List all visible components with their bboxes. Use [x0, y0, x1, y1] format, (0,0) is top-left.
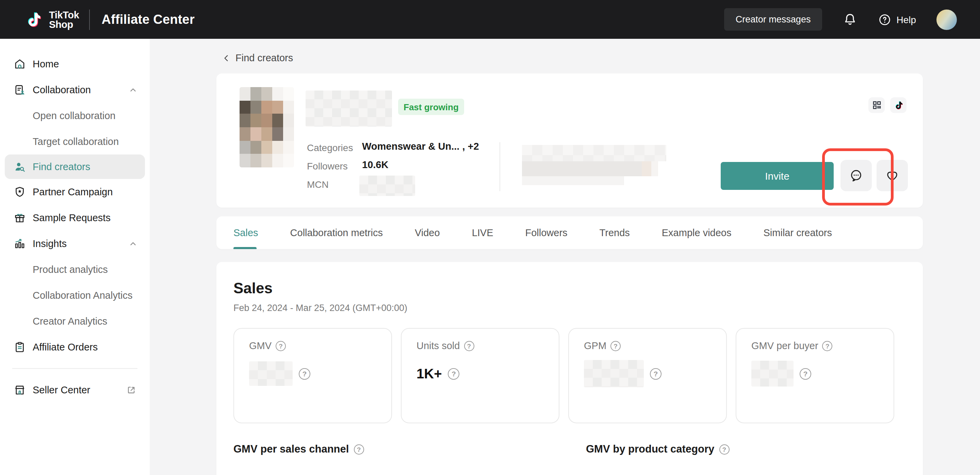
- question-circle-icon[interactable]: ?: [353, 444, 364, 454]
- question-circle-icon[interactable]: ?: [275, 341, 286, 351]
- sidebar-item-seller-center[interactable]: Seller Center: [0, 377, 150, 403]
- sidebar-label-seller-center: Seller Center: [33, 384, 90, 396]
- question-circle-icon[interactable]: ?: [822, 341, 833, 351]
- sidebar-item-open-collaboration[interactable]: Open collaboration: [0, 103, 150, 129]
- external-link-icon: [127, 385, 136, 395]
- qr-grid-icon: [872, 100, 882, 110]
- categories-value-text: Womenswear & Un...: [362, 141, 460, 152]
- categories-value: Womenswear & Un... , +2: [362, 141, 479, 152]
- tab-live[interactable]: LIVE: [472, 227, 493, 238]
- chevron-up-icon[interactable]: [129, 86, 137, 94]
- creator-avatar: [240, 87, 294, 167]
- tiktok-logo-icon: [24, 9, 43, 30]
- sales-date-range: Feb 24, 2024 - Mar 25, 2024 (GMT+00:00): [234, 303, 407, 313]
- page-title: Affiliate Center: [102, 12, 194, 27]
- gmv-per-buyer-value-redacted: [751, 361, 794, 386]
- sidebar-label-collaboration-analytics: Collaboration Analytics: [33, 290, 132, 301]
- qr-code-button[interactable]: [869, 97, 885, 113]
- tab-trends[interactable]: Trends: [600, 227, 630, 238]
- sales-section-title: Sales: [234, 280, 272, 297]
- sidebar-item-find-creators[interactable]: Find creators: [5, 154, 145, 179]
- tab-sales[interactable]: Sales: [234, 227, 258, 238]
- tiktok-profile-button[interactable]: [890, 97, 907, 113]
- brand-line-2: Shop: [49, 19, 79, 29]
- user-avatar[interactable]: [937, 9, 957, 30]
- sidebar-item-collaboration[interactable]: Collaboration: [0, 77, 150, 103]
- home-icon: [14, 58, 26, 70]
- sidebar-nav: Home Collaboration Open collaboration Ta…: [0, 39, 150, 475]
- question-circle-icon[interactable]: ?: [448, 368, 460, 380]
- creator-name-redacted: [305, 91, 392, 127]
- help-button[interactable]: Help: [878, 13, 916, 26]
- chat-icon: [849, 168, 864, 183]
- followers-value: 10.6K: [362, 159, 388, 170]
- sidebar-label-creator-analytics: Creator Analytics: [33, 316, 107, 327]
- collaboration-icon: [14, 84, 26, 96]
- mcn-label: MCN: [307, 179, 329, 190]
- tab-collaboration-metrics[interactable]: Collaboration metrics: [290, 227, 383, 238]
- question-circle-icon[interactable]: ?: [719, 444, 729, 454]
- sidebar-item-partner-campaign[interactable]: Partner Campaign: [0, 179, 150, 205]
- followers-label: Followers: [307, 160, 348, 172]
- notifications-button[interactable]: [843, 12, 858, 27]
- sidebar-item-insights[interactable]: Insights: [0, 231, 150, 257]
- units-sold-value: 1K+: [417, 366, 442, 381]
- chevron-up-icon[interactable]: [129, 239, 137, 248]
- fast-growing-badge: Fast growing: [398, 98, 464, 115]
- profile-tabs-card: Sales Collaboration metrics Video LIVE F…: [216, 216, 923, 249]
- tab-followers[interactable]: Followers: [525, 227, 568, 238]
- header-actions: Creator messages Help: [724, 8, 980, 31]
- gmv-by-product-category-title: GMV by product category: [586, 443, 714, 455]
- profile-divider: [500, 142, 500, 191]
- metrics-row: GMV ? ? Units sold ? 1K+ ?: [234, 328, 894, 423]
- sidebar-label-home: Home: [33, 59, 59, 70]
- message-button[interactable]: [840, 160, 872, 191]
- gmv-value-redacted: [249, 361, 293, 386]
- sidebar-label-affiliate-orders: Affiliate Orders: [33, 342, 98, 353]
- sidebar-item-creator-analytics[interactable]: Creator Analytics: [0, 308, 150, 334]
- creator-messages-button[interactable]: Creator messages: [724, 8, 822, 31]
- sidebar-item-home[interactable]: Home: [0, 51, 150, 77]
- gpm-value-redacted: [584, 360, 644, 387]
- mcn-value-redacted: [360, 176, 415, 196]
- sales-section-card: Sales Feb 24, 2024 - Mar 25, 2024 (GMT+0…: [216, 262, 923, 475]
- sidebar-label-partner-campaign: Partner Campaign: [33, 186, 113, 197]
- sidebar-label-product-analytics: Product analytics: [33, 264, 108, 275]
- sidebar-item-target-collaboration[interactable]: Target collaboration: [0, 129, 150, 154]
- sidebar-item-sample-requests[interactable]: Sample Requests: [0, 205, 150, 231]
- question-circle-icon[interactable]: ?: [611, 341, 620, 351]
- categories-more[interactable]: , +2: [462, 141, 479, 152]
- tab-example-videos[interactable]: Example videos: [662, 227, 732, 238]
- question-circle-icon[interactable]: ?: [464, 341, 474, 351]
- metric-label-gpm: GPM: [584, 340, 606, 351]
- question-circle-icon[interactable]: ?: [650, 368, 662, 380]
- favorite-button[interactable]: [877, 160, 908, 191]
- bell-icon: [843, 12, 858, 27]
- sidebar-item-product-analytics[interactable]: Product analytics: [0, 257, 150, 283]
- tab-similar-creators[interactable]: Similar creators: [764, 227, 832, 238]
- main-content: Find creators Fast growing Categories Wo…: [150, 39, 980, 475]
- sidebar-item-affiliate-orders[interactable]: Affiliate Orders: [0, 334, 150, 360]
- question-circle-icon[interactable]: ?: [800, 368, 811, 380]
- help-label: Help: [896, 14, 916, 25]
- affiliate-center-page: TikTok Shop Affiliate Center Creator mes…: [0, 0, 980, 475]
- gmv-per-sales-channel-heading: GMV per sales channel ?: [234, 443, 364, 455]
- invite-button[interactable]: Invite: [721, 162, 834, 190]
- breadcrumb-back[interactable]: Find creators: [222, 52, 293, 63]
- top-header: TikTok Shop Affiliate Center Creator mes…: [0, 0, 980, 39]
- affiliate-orders-icon: [14, 341, 26, 353]
- tiktok-shop-brand[interactable]: TikTok Shop: [24, 9, 79, 30]
- sidebar-label-insights: Insights: [33, 238, 67, 249]
- sidebar-label-target-collaboration: Target collaboration: [33, 136, 119, 147]
- gmv-per-sales-channel-title: GMV per sales channel: [234, 443, 349, 455]
- header-divider: [89, 9, 90, 30]
- sidebar-label-find-creators: Find creators: [33, 161, 90, 172]
- sidebar-divider: [12, 368, 137, 369]
- metric-label-gmv-per-buyer: GMV per buyer: [751, 340, 818, 351]
- question-circle-icon[interactable]: ?: [299, 368, 310, 380]
- sidebar-item-collaboration-analytics[interactable]: Collaboration Analytics: [0, 283, 150, 308]
- metric-card-gmv: GMV ? ?: [234, 328, 392, 423]
- tab-video[interactable]: Video: [415, 227, 440, 238]
- breadcrumb-label: Find creators: [235, 52, 293, 63]
- metric-card-units-sold: Units sold ? 1K+ ?: [401, 328, 559, 423]
